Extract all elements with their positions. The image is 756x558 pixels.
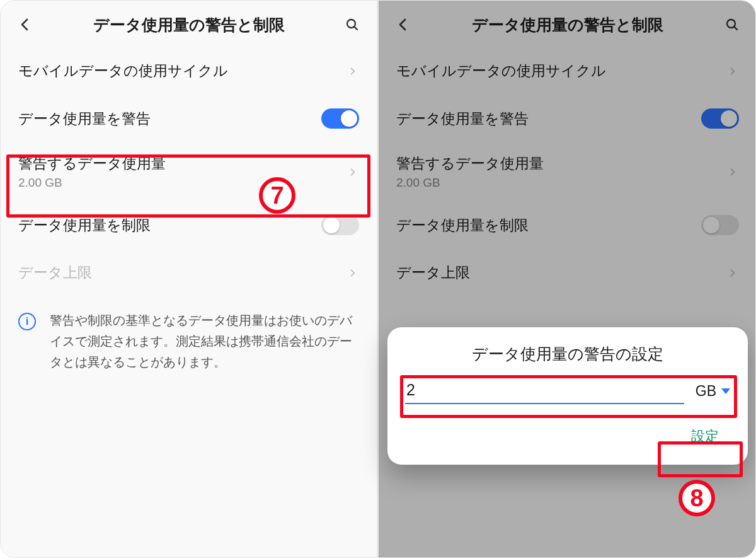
- info-row: i 警告や制限の基準となるデータ使用量はお使いのデバイスで測定されます。測定結果…: [1, 296, 377, 387]
- callout-circle-7: 7: [259, 177, 295, 214]
- chevron-right-icon: [346, 267, 359, 279]
- row-warn-toggle[interactable]: データ使用量を警告: [1, 95, 377, 142]
- dialog-title: データ使用量の警告の設定: [405, 344, 730, 364]
- highlight-box-input: [400, 375, 737, 418]
- info-text: 警告や制限の基準となるデータ使用量はお使いのデバイスで測定されます。測定結果は携…: [50, 310, 359, 373]
- row-data-cycle[interactable]: モバイルデータの使用サイクル: [1, 47, 377, 95]
- row-label: データ上限: [18, 263, 346, 282]
- row-limit-amount: データ上限: [1, 249, 377, 296]
- svg-line-1: [354, 26, 357, 30]
- row-label: データ使用量を警告: [18, 109, 321, 129]
- toggle-limit[interactable]: [321, 215, 359, 235]
- info-icon: i: [18, 313, 36, 330]
- highlight-box-7: [6, 154, 370, 218]
- search-icon[interactable]: [341, 14, 363, 35]
- row-label: データ使用量を制限: [18, 216, 321, 235]
- chevron-right-icon: [346, 65, 359, 78]
- right-pane: データ使用量の警告と制限 モバイルデータの使用サイクル データ使用量を警告 警告…: [379, 1, 756, 558]
- back-icon[interactable]: [14, 14, 36, 35]
- toggle-warn[interactable]: [321, 108, 359, 129]
- callout-circle-8: 8: [679, 480, 715, 516]
- callout-number: 8: [690, 485, 703, 512]
- page-title: データ使用量の警告と制限: [36, 15, 341, 35]
- left-pane: データ使用量の警告と制限 モバイルデータの使用サイクル データ使用量を警告: [1, 1, 379, 558]
- callout-number: 7: [270, 182, 284, 209]
- row-label: モバイルデータの使用サイクル: [18, 61, 346, 81]
- highlight-box-set-button: [658, 441, 743, 477]
- header: データ使用量の警告と制限: [1, 1, 377, 45]
